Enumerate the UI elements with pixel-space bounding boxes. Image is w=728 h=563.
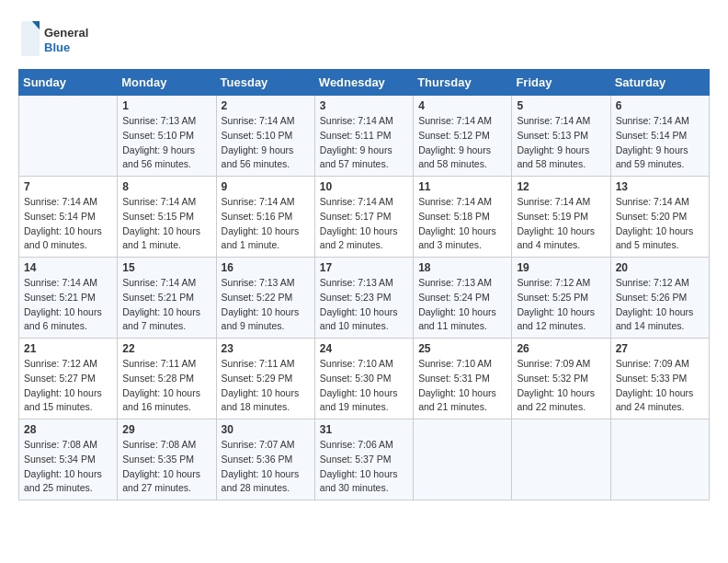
day-info: Sunrise: 7:14 AMSunset: 5:16 PMDaylight:… <box>222 195 310 253</box>
day-info: Sunrise: 7:13 AMSunset: 5:24 PMDaylight:… <box>418 276 506 334</box>
week-row-4: 21Sunrise: 7:12 AMSunset: 5:27 PMDayligh… <box>19 339 710 419</box>
calendar-cell: 7Sunrise: 7:14 AMSunset: 5:14 PMDaylight… <box>19 177 118 258</box>
calendar-cell: 26Sunrise: 7:09 AMSunset: 5:32 PMDayligh… <box>512 339 610 419</box>
calendar-cell: 4Sunrise: 7:14 AMSunset: 5:12 PMDaylight… <box>414 96 512 177</box>
day-number: 28 <box>24 423 112 436</box>
header-day-friday: Friday <box>512 70 610 96</box>
day-info: Sunrise: 7:14 AMSunset: 5:10 PMDaylight:… <box>222 114 310 172</box>
day-info: Sunrise: 7:14 AMSunset: 5:14 PMDaylight:… <box>616 114 704 172</box>
day-number: 2 <box>222 99 310 112</box>
day-info: Sunrise: 7:14 AMSunset: 5:12 PMDaylight:… <box>418 114 506 172</box>
header-day-monday: Monday <box>118 70 216 96</box>
day-number: 10 <box>320 180 408 193</box>
day-number: 19 <box>517 261 605 274</box>
calendar-cell: 17Sunrise: 7:13 AMSunset: 5:23 PMDayligh… <box>314 258 413 339</box>
day-number: 5 <box>517 99 605 112</box>
day-number: 24 <box>320 342 408 355</box>
calendar-cell: 3Sunrise: 7:14 AMSunset: 5:11 PMDaylight… <box>314 96 413 177</box>
day-info: Sunrise: 7:14 AMSunset: 5:17 PMDaylight:… <box>320 195 408 253</box>
calendar-cell: 30Sunrise: 7:07 AMSunset: 5:36 PMDayligh… <box>216 419 314 500</box>
calendar-cell: 23Sunrise: 7:11 AMSunset: 5:29 PMDayligh… <box>216 339 314 419</box>
week-row-2: 7Sunrise: 7:14 AMSunset: 5:14 PMDaylight… <box>19 177 710 258</box>
day-info: Sunrise: 7:14 AMSunset: 5:21 PMDaylight:… <box>122 276 210 334</box>
day-number: 1 <box>122 99 210 112</box>
day-info: Sunrise: 7:14 AMSunset: 5:15 PMDaylight:… <box>122 195 210 253</box>
week-row-1: 1Sunrise: 7:13 AMSunset: 5:10 PMDaylight… <box>19 96 710 177</box>
day-info: Sunrise: 7:14 AMSunset: 5:21 PMDaylight:… <box>24 276 112 334</box>
calendar-cell: 2Sunrise: 7:14 AMSunset: 5:10 PMDaylight… <box>216 96 314 177</box>
day-number: 26 <box>517 342 605 355</box>
day-info: Sunrise: 7:09 AMSunset: 5:32 PMDaylight:… <box>517 357 605 415</box>
header-day-tuesday: Tuesday <box>216 70 314 96</box>
calendar-cell: 20Sunrise: 7:12 AMSunset: 5:26 PMDayligh… <box>610 258 709 339</box>
day-info: Sunrise: 7:11 AMSunset: 5:29 PMDaylight:… <box>222 357 310 415</box>
calendar-cell: 28Sunrise: 7:08 AMSunset: 5:34 PMDayligh… <box>19 419 118 500</box>
day-info: Sunrise: 7:08 AMSunset: 5:35 PMDaylight:… <box>122 438 210 496</box>
calendar-cell: 25Sunrise: 7:10 AMSunset: 5:31 PMDayligh… <box>414 339 512 419</box>
day-number: 22 <box>122 342 210 355</box>
day-number: 25 <box>418 342 506 355</box>
calendar-cell: 6Sunrise: 7:14 AMSunset: 5:14 PMDaylight… <box>610 96 709 177</box>
calendar-table: SundayMondayTuesdayWednesdayThursdayFrid… <box>18 69 710 500</box>
day-number: 21 <box>24 342 112 355</box>
day-number: 20 <box>616 261 704 274</box>
calendar-cell: 15Sunrise: 7:14 AMSunset: 5:21 PMDayligh… <box>118 258 216 339</box>
svg-text:Blue: Blue <box>44 40 70 54</box>
calendar-cell: 10Sunrise: 7:14 AMSunset: 5:17 PMDayligh… <box>314 177 413 258</box>
day-number: 12 <box>517 180 605 193</box>
day-info: Sunrise: 7:12 AMSunset: 5:25 PMDaylight:… <box>517 276 605 334</box>
day-number: 13 <box>616 180 704 193</box>
day-info: Sunrise: 7:13 AMSunset: 5:10 PMDaylight:… <box>122 114 210 172</box>
header-day-saturday: Saturday <box>610 70 709 96</box>
day-info: Sunrise: 7:13 AMSunset: 5:23 PMDaylight:… <box>320 276 408 334</box>
calendar-cell: 21Sunrise: 7:12 AMSunset: 5:27 PMDayligh… <box>19 339 118 419</box>
day-number: 29 <box>122 423 210 436</box>
day-number: 7 <box>24 180 112 193</box>
calendar-cell: 29Sunrise: 7:08 AMSunset: 5:35 PMDayligh… <box>118 419 216 500</box>
calendar-cell: 24Sunrise: 7:10 AMSunset: 5:30 PMDayligh… <box>314 339 413 419</box>
calendar-cell: 22Sunrise: 7:11 AMSunset: 5:28 PMDayligh… <box>118 339 216 419</box>
day-info: Sunrise: 7:13 AMSunset: 5:22 PMDaylight:… <box>222 276 310 334</box>
day-info: Sunrise: 7:14 AMSunset: 5:19 PMDaylight:… <box>517 195 605 253</box>
header-day-wednesday: Wednesday <box>314 70 413 96</box>
calendar-cell: 5Sunrise: 7:14 AMSunset: 5:13 PMDaylight… <box>512 96 610 177</box>
day-number: 14 <box>24 261 112 274</box>
day-number: 4 <box>418 99 506 112</box>
calendar-cell: 16Sunrise: 7:13 AMSunset: 5:22 PMDayligh… <box>216 258 314 339</box>
day-number: 16 <box>222 261 310 274</box>
week-row-3: 14Sunrise: 7:14 AMSunset: 5:21 PMDayligh… <box>19 258 710 339</box>
calendar-cell <box>512 419 610 500</box>
day-info: Sunrise: 7:06 AMSunset: 5:37 PMDaylight:… <box>320 438 408 496</box>
day-info: Sunrise: 7:12 AMSunset: 5:27 PMDaylight:… <box>24 357 112 415</box>
day-info: Sunrise: 7:14 AMSunset: 5:18 PMDaylight:… <box>418 195 506 253</box>
logo-svg: General Blue <box>18 18 101 60</box>
page-header: General Blue <box>18 18 710 60</box>
calendar-cell: 8Sunrise: 7:14 AMSunset: 5:15 PMDaylight… <box>118 177 216 258</box>
day-number: 31 <box>320 423 408 436</box>
day-number: 17 <box>320 261 408 274</box>
header-day-sunday: Sunday <box>19 70 118 96</box>
day-number: 23 <box>222 342 310 355</box>
day-number: 15 <box>122 261 210 274</box>
day-number: 6 <box>616 99 704 112</box>
day-info: Sunrise: 7:10 AMSunset: 5:31 PMDaylight:… <box>418 357 506 415</box>
calendar-cell: 19Sunrise: 7:12 AMSunset: 5:25 PMDayligh… <box>512 258 610 339</box>
day-info: Sunrise: 7:14 AMSunset: 5:20 PMDaylight:… <box>616 195 704 253</box>
day-info: Sunrise: 7:09 AMSunset: 5:33 PMDaylight:… <box>616 357 704 415</box>
day-number: 3 <box>320 99 408 112</box>
svg-rect-4 <box>21 21 40 56</box>
calendar-cell: 1Sunrise: 7:13 AMSunset: 5:10 PMDaylight… <box>118 96 216 177</box>
day-number: 18 <box>418 261 506 274</box>
calendar-cell: 14Sunrise: 7:14 AMSunset: 5:21 PMDayligh… <box>19 258 118 339</box>
day-info: Sunrise: 7:14 AMSunset: 5:13 PMDaylight:… <box>517 114 605 172</box>
calendar-cell <box>19 96 118 177</box>
calendar-cell: 31Sunrise: 7:06 AMSunset: 5:37 PMDayligh… <box>314 419 413 500</box>
calendar-cell <box>610 419 709 500</box>
day-info: Sunrise: 7:14 AMSunset: 5:11 PMDaylight:… <box>320 114 408 172</box>
day-info: Sunrise: 7:08 AMSunset: 5:34 PMDaylight:… <box>24 438 112 496</box>
calendar-cell: 18Sunrise: 7:13 AMSunset: 5:24 PMDayligh… <box>414 258 512 339</box>
logo: General Blue <box>18 18 101 60</box>
svg-text:General: General <box>44 26 88 40</box>
day-info: Sunrise: 7:11 AMSunset: 5:28 PMDaylight:… <box>122 357 210 415</box>
calendar-cell <box>414 419 512 500</box>
